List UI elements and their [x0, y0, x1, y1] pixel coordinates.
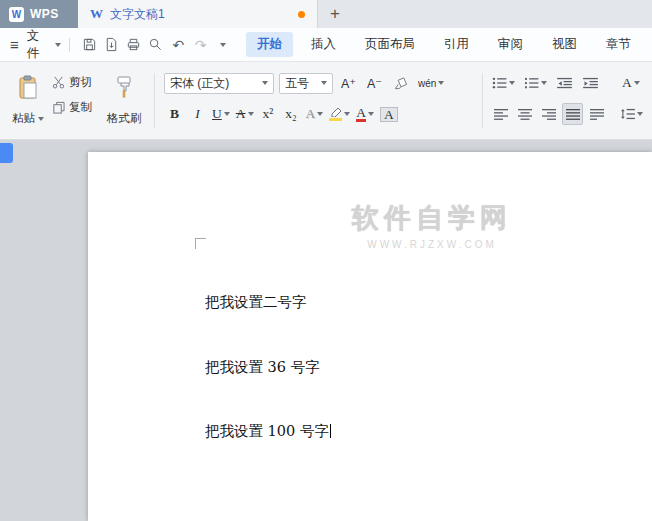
increase-font-button[interactable]: A⁺ — [338, 72, 359, 94]
print-preview-icon — [148, 37, 163, 52]
copy-button[interactable]: 复制 — [52, 100, 92, 115]
main-menu-icon[interactable]: ≡ — [10, 36, 19, 53]
distribute-button[interactable] — [586, 103, 607, 125]
sidebar-toggle-icon[interactable] — [0, 143, 13, 163]
justify-button[interactable] — [562, 103, 583, 125]
format-painter-label: 格式刷 — [107, 111, 142, 126]
new-tab-button[interactable]: + — [318, 0, 352, 28]
align-right-button[interactable] — [538, 103, 559, 125]
paste-label: 粘贴 — [12, 111, 35, 126]
file-menu[interactable]: 文件 — [27, 28, 50, 62]
italic-icon: I — [195, 106, 200, 122]
text-line-content: 把我设置 100 号字 — [205, 423, 329, 439]
superscript-icon: x² — [263, 106, 274, 122]
watermark-url: WWW.RJZXW.COM — [352, 239, 512, 250]
italic-button[interactable]: I — [187, 103, 208, 125]
export-pdf-icon — [104, 37, 119, 52]
separator — [69, 38, 70, 52]
highlight-button[interactable] — [327, 103, 352, 125]
text-line[interactable]: 把我设置二号字 — [205, 292, 331, 314]
clear-format-button[interactable] — [390, 72, 411, 94]
align-center-icon — [518, 109, 532, 120]
strikethrough-caret-icon — [248, 112, 254, 116]
eraser-icon — [393, 77, 408, 90]
font-color-caret-icon — [368, 112, 374, 116]
export-pdf-button[interactable] — [100, 33, 122, 57]
font-size-select[interactable]: 五号 — [279, 73, 333, 94]
document-page[interactable]: 软件自学网 WWW.RJZXW.COM 把我设置二号字 把我设置 36 号字 把… — [88, 152, 652, 521]
paste-button[interactable]: 粘贴 — [6, 69, 50, 132]
char-shading-button[interactable]: A — [378, 103, 400, 125]
align-center-button[interactable] — [514, 103, 535, 125]
document-tab[interactable]: W 文字文稿1 — [78, 0, 318, 28]
line-spacing-caret-icon — [637, 112, 643, 116]
bullet-list-button[interactable] — [490, 72, 517, 94]
tab-page-layout[interactable]: 页面布局 — [354, 32, 426, 57]
cut-copy-group: 剪切 复制 — [52, 75, 92, 115]
ribbon-tabs: 开始 插入 页面布局 引用 审阅 视图 章节 — [246, 32, 642, 57]
increase-indent-button[interactable] — [580, 72, 601, 94]
save-button[interactable] — [78, 33, 100, 57]
tab-review[interactable]: 审阅 — [487, 32, 534, 57]
text-line[interactable]: 把我设置 36 号字 — [205, 357, 331, 379]
paragraph-group-row2 — [490, 103, 645, 125]
subscript-icon: x₂ — [285, 106, 296, 122]
decrease-indent-button[interactable] — [554, 72, 575, 94]
text-line-content: 把我设置 36 号字 — [205, 359, 320, 375]
highlighter-icon — [329, 107, 342, 121]
distribute-icon — [590, 109, 604, 120]
font-name-select[interactable]: 宋体 (正文) — [164, 73, 274, 94]
bold-button[interactable]: B — [164, 103, 185, 125]
wps-logo-icon: W — [9, 7, 24, 22]
increase-indent-icon — [583, 77, 598, 89]
pinyin-icon: wén — [418, 78, 436, 89]
quick-access-more-button[interactable] — [212, 33, 234, 57]
redo-icon: ↷ — [195, 37, 207, 53]
print-button[interactable] — [123, 33, 145, 57]
document-tab-title: 文字文稿1 — [110, 6, 165, 23]
document-type-icon: W — [90, 6, 103, 22]
print-preview-button[interactable] — [145, 33, 167, 57]
tab-home[interactable]: 开始 — [246, 32, 293, 57]
text-tools-caret-icon — [634, 81, 640, 85]
tab-view[interactable]: 视图 — [541, 32, 588, 57]
decrease-font-button[interactable]: A⁻ — [364, 72, 385, 94]
cut-label: 剪切 — [69, 75, 92, 90]
underline-button[interactable]: U — [210, 103, 232, 125]
text-tools-button[interactable]: A — [620, 72, 642, 94]
superscript-button[interactable]: x² — [258, 103, 279, 125]
wps-home-tab[interactable]: W WPS — [0, 0, 78, 28]
line-spacing-button[interactable] — [618, 103, 645, 125]
numbered-list-caret-icon — [541, 81, 547, 85]
tab-insert[interactable]: 插入 — [300, 32, 347, 57]
document-text[interactable]: 把我设置二号字 把我设置 36 号字 把我设置 100 号字 — [205, 249, 331, 486]
font-size-caret-icon — [321, 81, 327, 85]
text-effects-button[interactable]: A — [304, 103, 326, 125]
text-line-content: 把我设置二号字 — [205, 294, 307, 310]
undo-button[interactable]: ↶ — [167, 33, 189, 57]
align-right-icon — [542, 109, 556, 120]
font-group-row2: B I U A x² x₂ A A A — [164, 103, 400, 125]
subscript-button[interactable]: x₂ — [281, 103, 302, 125]
strikethrough-button[interactable]: A — [234, 103, 256, 125]
file-menu-caret-icon[interactable] — [55, 43, 61, 47]
quick-access-caret-icon — [220, 43, 226, 47]
scissors-icon — [52, 76, 65, 89]
align-left-button[interactable] — [490, 103, 511, 125]
text-line[interactable]: 把我设置 100 号字 — [205, 421, 331, 443]
margin-crop-mark-icon — [195, 238, 206, 249]
format-painter-button[interactable]: 格式刷 — [102, 69, 146, 132]
pinyin-guide-button[interactable]: wén — [416, 72, 446, 94]
tab-references[interactable]: 引用 — [433, 32, 480, 57]
tab-section[interactable]: 章节 — [595, 32, 642, 57]
bullet-list-caret-icon — [509, 81, 515, 85]
document-area[interactable]: 软件自学网 WWW.RJZXW.COM 把我设置二号字 把我设置 36 号字 把… — [0, 140, 652, 521]
font-size-value: 五号 — [285, 75, 309, 92]
font-color-button[interactable]: A — [354, 103, 376, 125]
numbered-list-button[interactable] — [522, 72, 549, 94]
highlight-caret-icon — [344, 112, 350, 116]
cut-button[interactable]: 剪切 — [52, 75, 92, 90]
titlebar: W WPS W 文字文稿1 + — [0, 0, 652, 28]
redo-button[interactable]: ↷ — [189, 33, 211, 57]
wps-window: W WPS W 文字文稿1 + ≡ 文件 ↶ ↷ — [0, 0, 652, 521]
